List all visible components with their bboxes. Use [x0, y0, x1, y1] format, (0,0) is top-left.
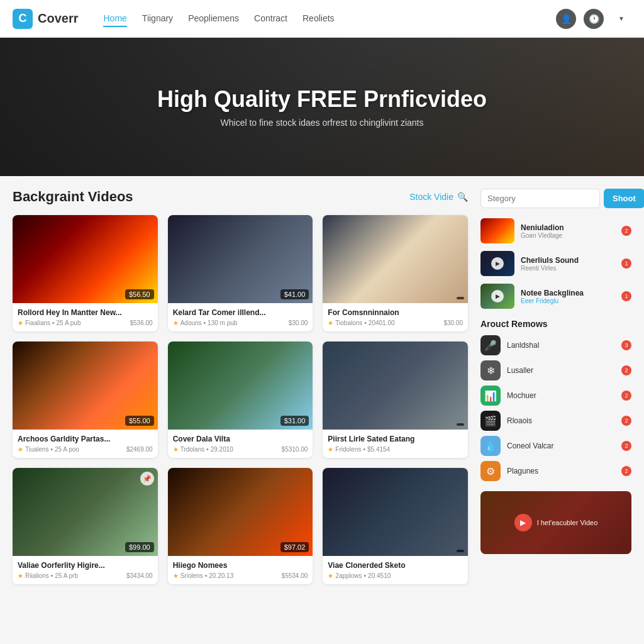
header: C Coverr Home Tiignary Peopliemens Contr…: [0, 0, 644, 38]
hero-content: High Quality FREE Prnficvideo Whicel to …: [157, 86, 487, 128]
app-item-5[interactable]: ⚙ Plagunes 2: [480, 461, 631, 481]
video-info-6: Valiae Oorferlity Higire... ★ Riialions …: [13, 556, 158, 584]
video-meta-0: ★ Fiaalians • 25 A pub $536.00: [18, 319, 153, 326]
video-title-3: Archoos Garldity Partas...: [18, 435, 153, 443]
video-card-5[interactable]: Piirst Lirle Sated Eatang ★ Fridolens • …: [323, 341, 468, 458]
video-card-2[interactable]: For Comsnninnaion ★ Tiobalons • 20401.00…: [323, 215, 468, 331]
featured-sub-0: Goan Vledlage: [521, 232, 615, 239]
nav-item-peopliemens[interactable]: Peopliemens: [188, 11, 239, 27]
main-nav: Home Tiignary Peopliemens Contract Reoli…: [103, 11, 334, 27]
video-meta-5: ★ Fridolens • $5.4154: [328, 446, 463, 453]
video-meta-8: ★ 2applows • 20.4510: [328, 572, 463, 579]
apps-section-title: Arouct Remows: [480, 319, 631, 329]
video-card-8[interactable]: Viae Clonerded Sketo ★ 2applows • 20.451…: [323, 468, 468, 584]
video-title-6: Valiae Oorferlity Higire...: [18, 561, 153, 570]
video-thumb-5: [323, 341, 468, 430]
video-meta-4: ★ Trdolans • 29.2010 $5310.00: [173, 446, 308, 453]
nav-item-tiignary[interactable]: Tiignary: [142, 11, 173, 27]
featured-thumb-2: ▶: [480, 284, 514, 309]
section-link[interactable]: Stock Vidie 🔍: [409, 192, 468, 202]
video-title-4: Cover Dala Vilta: [173, 435, 308, 443]
video-info-0: Rollord Hey In Mantter New... ★ Fiaalian…: [13, 303, 158, 331]
hero-subtitle: Whicel to fine stock idaes orfrest to ch…: [157, 118, 487, 128]
app-name-0: Lanldshal: [507, 341, 615, 350]
video-info-1: Kelard Tar Comer illlend... ★ Adouns • 1…: [168, 303, 313, 331]
star-icon: ★: [328, 446, 333, 453]
video-card-3[interactable]: $55.00 Archoos Garldity Partas... ★ Tiua…: [13, 341, 158, 458]
app-item-2[interactable]: 📊 Mochuer 2: [480, 386, 631, 406]
video-thumb-3: $55.00: [13, 341, 158, 430]
featured-item-2[interactable]: ▶ Notee Backglinea Eeer Frideglu 1: [480, 284, 631, 309]
video-price-7: $97.02: [280, 542, 309, 552]
featured-title-0: Neniuladion: [521, 223, 615, 232]
featured-info-1: Cherliuls Sound Reenti Virles: [521, 256, 615, 272]
star-icon: ★: [173, 319, 179, 326]
video-rating-7: ★ Sriolens • 20.20.13: [173, 572, 234, 579]
video-grid: $56.50 Rollord Hey In Mantter New... ★ F…: [13, 215, 468, 584]
video-card-1[interactable]: $41.00 Kelard Tar Comer illlend... ★ Ado…: [168, 215, 313, 331]
video-card-6[interactable]: $99.00 📌 Valiae Oorferlity Higire... ★ R…: [13, 468, 158, 584]
nav-item-home[interactable]: Home: [103, 11, 126, 27]
video-price-4: $31.00: [280, 416, 309, 426]
search-input[interactable]: [480, 189, 600, 208]
play-btn-2: ▶: [480, 284, 514, 309]
featured-info-0: Neniuladion Goan Vledlage: [521, 223, 615, 239]
sidebar: Shoot Neniuladion Goan Vledlage 2 ▶ Cher…: [480, 189, 631, 584]
featured-sub-1: Reenti Virles: [521, 265, 615, 272]
app-name-5: Plagunes: [507, 467, 615, 475]
video-card-4[interactable]: $31.00 Cover Dala Vilta ★ Trdolans • 29.…: [168, 341, 313, 458]
video-card-7[interactable]: $97.02 Hiiego Nomees ★ Sriolens • 20.20.…: [168, 468, 313, 584]
video-meta-7: ★ Sriolens • 20.20.13 $5534.00: [173, 572, 308, 579]
video-thumb-8: [323, 468, 468, 556]
app-name-4: Coneol Valcar: [507, 441, 615, 450]
featured-badge-1: 1: [621, 258, 631, 269]
search-button[interactable]: Shoot: [604, 189, 644, 208]
featured-item-1[interactable]: ▶ Cherliuls Sound Reenti Virles 1: [480, 251, 631, 276]
section-title: Backgraint Videos: [13, 189, 133, 205]
sidebar-video-play-btn: ▶: [514, 514, 532, 531]
sidebar-video-preview[interactable]: ▶ I het'eacubler Video: [480, 491, 631, 554]
featured-item-0[interactable]: Neniuladion Goan Vledlage 2: [480, 218, 631, 243]
app-item-1[interactable]: ❄ Lusaller 2: [480, 360, 631, 380]
video-rating-3: ★ Tiualens • 25 A poo: [18, 446, 79, 453]
dropdown-icon[interactable]: ▼: [611, 9, 631, 29]
app-name-2: Mochuer: [507, 391, 615, 400]
play-circle-1: ▶: [491, 257, 504, 270]
app-badge-5: 2: [621, 466, 631, 476]
app-icon-2: 📊: [480, 386, 501, 406]
video-rating-0: ★ Fiaalians • 25 A pub: [18, 319, 80, 326]
featured-thumb-0: [480, 218, 514, 243]
featured-badge-2: 1: [621, 291, 631, 301]
user-icon[interactable]: 👤: [556, 9, 576, 29]
video-rating-5: ★ Fridolens • $5.4154: [328, 446, 390, 453]
star-icon: ★: [18, 446, 23, 453]
featured-title-1: Cherliuls Sound: [521, 256, 615, 265]
app-item-0[interactable]: 🎤 Lanldshal 3: [480, 335, 631, 355]
video-meta-2: ★ Tiobalons • 20401.00 $30.00: [328, 319, 463, 326]
video-price-1: $41.00: [280, 289, 309, 299]
app-item-4[interactable]: 💧 Coneol Valcar 2: [480, 436, 631, 456]
star-icon: ★: [173, 446, 179, 453]
video-thumb-7: $97.02: [168, 468, 313, 556]
logo-text: Coverr: [38, 11, 78, 26]
hero-title: High Quality FREE Prnficvideo: [157, 86, 487, 113]
nav-item-contract[interactable]: Contract: [254, 11, 287, 27]
header-right: 👤 🕐 ▼: [556, 9, 631, 29]
app-icon-0: 🎤: [480, 335, 501, 355]
app-item-3[interactable]: 🎬 Rloaois 2: [480, 411, 631, 431]
logo-area[interactable]: C Coverr: [13, 9, 78, 29]
video-meta-3: ★ Tiualens • 25 A poo $2469.00: [18, 446, 153, 453]
video-thumb-2: [323, 215, 468, 303]
nav-item-reoliets[interactable]: Reoliets: [303, 11, 335, 27]
featured-info-2: Notee Backglinea Eeer Frideglu: [521, 289, 615, 304]
video-price-2: [457, 297, 464, 299]
video-info-2: For Comsnninnaion ★ Tiobalons • 20401.00…: [323, 303, 468, 331]
main-container: Backgraint Videos Stock Vidie 🔍 $56.50 R…: [0, 176, 644, 597]
history-icon[interactable]: 🕐: [584, 9, 604, 29]
bookmark-icon[interactable]: 📌: [140, 472, 154, 486]
video-card-0[interactable]: $56.50 Rollord Hey In Mantter New... ★ F…: [13, 215, 158, 331]
video-rating-1: ★ Adouns • 130 m pub: [173, 319, 238, 326]
video-thumb-0: $56.50: [13, 215, 158, 303]
video-price-0: $56.50: [125, 289, 154, 299]
video-thumb-4: $31.00: [168, 341, 313, 430]
